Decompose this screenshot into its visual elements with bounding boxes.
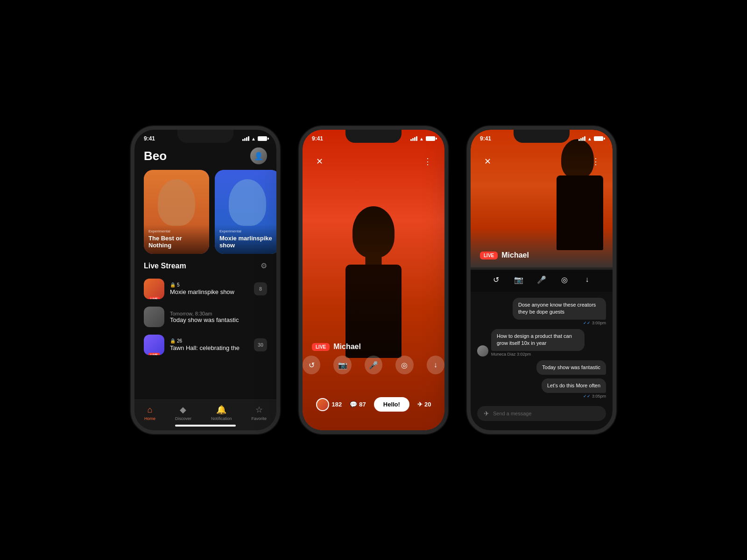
stream-count-3: 🔒 26: [170, 338, 182, 343]
chat-input-bar[interactable]: ✈ Send a message: [477, 406, 606, 421]
share-number: 20: [424, 401, 431, 408]
card1-tag: Experimental: [148, 229, 204, 233]
stream-name-1: Moxie marlinspike show: [170, 288, 248, 295]
person-image-3: [529, 130, 613, 256]
phone3-action-icons: ↺ 📷 🎤 ◎ ↓: [471, 267, 613, 292]
live-stream-title: Live Stream: [144, 262, 186, 270]
lock-icon-3: 🔒: [170, 338, 176, 343]
nav-notification[interactable]: 🔔 Notification: [211, 405, 232, 421]
viewer-avatar-icon: [316, 398, 329, 411]
live-stream-header: Live Stream ⚙: [134, 254, 276, 275]
live-pill-2: LIVE: [312, 343, 330, 351]
status-bar-2: 9:41 ▲: [303, 130, 444, 144]
wifi-icon: ▲: [251, 136, 256, 141]
more-button[interactable]: ⋮: [420, 154, 435, 169]
stream-notification-3: 30: [254, 338, 267, 351]
filter-icon[interactable]: ⚙: [261, 261, 267, 270]
p3-flip-icon[interactable]: ↺: [487, 271, 504, 288]
nav-home[interactable]: ⌂ Home: [144, 405, 155, 421]
chat-input[interactable]: Send a message: [493, 411, 599, 416]
stream-count-1: 🔒 5: [170, 282, 180, 287]
phone1-header: Beo 👤: [134, 144, 276, 170]
chat-avatar-1: [477, 345, 488, 357]
stream-item-1[interactable]: LIVE 🔒 5 Moxie marlinspike show 8: [134, 275, 276, 303]
card1-overlay: Experimental The Best or Nothing: [144, 224, 209, 254]
send-icon: ✈: [484, 410, 489, 417]
app-title: Beo: [144, 149, 167, 163]
chat-message-1: Dose anyone know these creators they be …: [513, 298, 606, 325]
live-badge-1: LIVE: [148, 297, 160, 299]
chat-message-2: How to design a product that can grow it…: [477, 329, 606, 357]
favorite-icon: ☆: [255, 405, 263, 415]
nav-favorite[interactable]: ☆ Favorite: [251, 405, 267, 421]
person-head: [352, 206, 395, 258]
stream-avatar-2: [144, 307, 164, 327]
signal-icon-3: [578, 136, 585, 141]
wifi-icon-3: ▲: [587, 136, 592, 141]
chat-area: Dose anyone know these creators they be …: [471, 293, 613, 402]
stream-info-2: Tomorrow, 8:30am Today show was fantasti…: [170, 311, 267, 323]
chat-bubble-2: How to design a product that can grow it…: [491, 329, 585, 351]
phone3-top-bar: ✕ ⋮: [471, 150, 613, 173]
chat-bubble-wrapper-2: How to design a product that can grow it…: [491, 329, 585, 357]
more-button-3[interactable]: ⋮: [588, 154, 603, 169]
stream-notification-1: 8: [254, 282, 267, 295]
user-avatar[interactable]: 👤: [250, 147, 267, 164]
p3-camera-icon[interactable]: 📷: [510, 271, 527, 288]
close-button-3[interactable]: ✕: [480, 154, 495, 169]
card2-title: Moxie marlinspike show: [219, 235, 275, 249]
p3-mic-icon[interactable]: 🎤: [533, 271, 550, 288]
stream-item-3[interactable]: LIVE 🔒 26 Tawn Hall: celebrating the 30: [134, 331, 276, 359]
phone3-screen: 9:41 ▲ ✕ ⋮: [471, 130, 613, 430]
featured-card-1[interactable]: Experimental The Best or Nothing: [144, 170, 209, 254]
battery-icon-2: [426, 136, 435, 141]
host-name-3: Michael: [501, 251, 529, 259]
close-button[interactable]: ✕: [312, 154, 327, 169]
card2-tag: Experimental: [219, 229, 275, 233]
stream-sub-2: Tomorrow, 8:30am: [170, 311, 267, 316]
person3-body: [557, 175, 603, 250]
phone2-top-controls: ✕ ⋮: [303, 150, 444, 173]
battery-icon: [258, 136, 267, 141]
phone1-screen: 9:41 ▲ Beo 👤: [134, 130, 276, 430]
phone-live: 9:41 ▲ ✕ ⋮ LIVE: [299, 126, 448, 434]
live-pill-3: LIVE: [480, 252, 498, 259]
effects-icon[interactable]: ◎: [395, 356, 413, 374]
camera-icon[interactable]: 📷: [333, 356, 351, 374]
stream-meta-3: 🔒 26: [170, 338, 248, 343]
chat-bubble-3: Today show was fantastic: [536, 360, 606, 375]
featured-card-2[interactable]: Experimental Moxie marlinspike show: [215, 170, 276, 254]
battery-icon-3: [594, 136, 603, 141]
viewer-number: 182: [332, 401, 342, 408]
nav-notification-label: Notification: [211, 416, 232, 421]
stream-info-1: 🔒 5 Moxie marlinspike show: [170, 282, 248, 295]
chat-bubble-1: Dose anyone know these creators they be …: [513, 298, 606, 320]
mic-icon[interactable]: 🎤: [365, 356, 382, 374]
card1-title: The Best or Nothing: [148, 235, 204, 249]
flip-camera-icon[interactable]: ↺: [303, 356, 320, 374]
phone2-live-label: LIVE Michael: [312, 343, 361, 351]
phone2-controls: ↺ 📷 🎤 ◎ ↓: [303, 356, 444, 374]
chat-time-1: ✓✓ 3:00pm: [583, 321, 606, 325]
nav-favorite-label: Favorite: [251, 416, 267, 421]
hello-button[interactable]: Hello!: [374, 397, 409, 412]
host-name-2: Michael: [333, 343, 361, 351]
phones-container: 9:41 ▲ Beo 👤: [112, 98, 635, 462]
p3-effects-icon[interactable]: ◎: [556, 271, 573, 288]
status-icons-3: ▲: [578, 136, 603, 141]
stream-item-2[interactable]: Tomorrow, 8:30am Today show was fantasti…: [134, 303, 276, 331]
download-icon[interactable]: ↓: [427, 356, 444, 374]
chat-message-4: Let's do this More often ✓✓ 3:05pm: [542, 378, 606, 399]
discover-icon: ◆: [180, 405, 186, 415]
comment-count[interactable]: 💬 87: [350, 401, 366, 408]
phone2-bottom-bar: 182 💬 87 Hello! ✈ 20: [303, 397, 444, 412]
p3-download-icon[interactable]: ↓: [579, 271, 596, 288]
viewer-count: 182: [316, 398, 342, 411]
featured-cards: Experimental The Best or Nothing Experim…: [134, 170, 276, 254]
phone-home: 9:41 ▲ Beo 👤: [131, 126, 280, 434]
status-icons-1: ▲: [242, 136, 267, 141]
comment-icon: 💬: [350, 401, 357, 408]
chat-sender-2: Muneca Diaz 3:02pm: [491, 352, 585, 357]
share-count[interactable]: ✈ 20: [417, 401, 431, 408]
nav-discover[interactable]: ◆ Discover: [175, 405, 191, 421]
